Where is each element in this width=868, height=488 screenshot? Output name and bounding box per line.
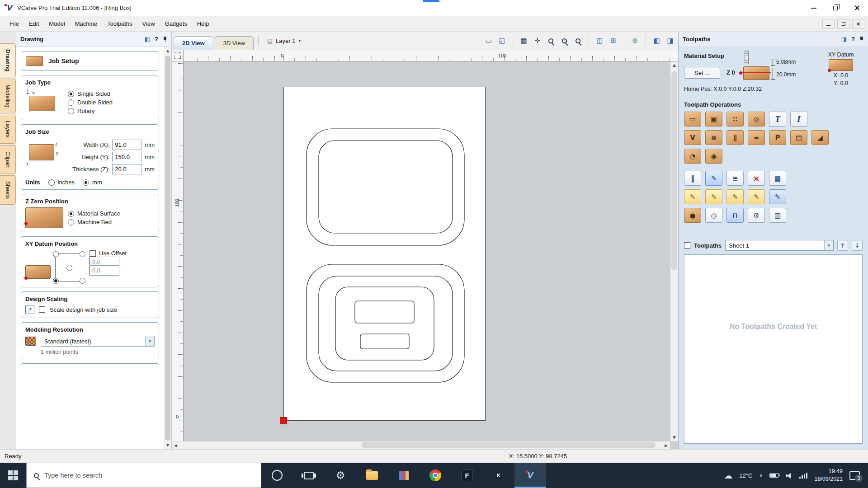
side-tab-clipart[interactable]: Clipart [0, 145, 16, 174]
document-close-button[interactable]: × [852, 19, 864, 29]
zoom-box-button[interactable] [558, 35, 571, 47]
close-button[interactable]: × [846, 0, 868, 16]
zoom-button[interactable] [545, 35, 557, 47]
offset-y-input[interactable] [90, 265, 119, 276]
apply-template-button[interactable]: ✎ [748, 189, 765, 204]
recalculate-toolpaths-button[interactable]: ▦ [769, 171, 786, 186]
help-icon[interactable]: ? [851, 36, 855, 42]
moulding-toolpath-button[interactable]: ▤ [790, 130, 807, 145]
datum-top-left-radio[interactable] [53, 251, 59, 257]
toolpath-notes-button[interactable]: ≡ [726, 171, 744, 186]
menu-machine[interactable]: Machine [70, 18, 102, 29]
chamfer-toolpath-button[interactable]: ◢ [811, 130, 829, 145]
restore-button[interactable] [825, 0, 846, 16]
snap-objects-toggle[interactable]: ◫ [594, 35, 606, 47]
side-tab-sheets[interactable]: Sheets [0, 175, 16, 205]
drawing-panel-scrollbar[interactable]: ▲ ▼ [164, 47, 171, 449]
task-view-button[interactable] [293, 463, 325, 488]
save-toolpath-button[interactable]: ▥ [769, 208, 786, 223]
radio-inches[interactable] [48, 179, 55, 186]
height-input[interactable] [112, 152, 142, 162]
scroll-up-icon[interactable]: ▲ [670, 63, 678, 67]
dock-panel-icon[interactable]: ◨ [841, 36, 847, 42]
vcarve-taskbar-button[interactable]: V [514, 463, 546, 488]
toolpaths-visibility-checkbox[interactable] [684, 242, 690, 249]
radio-single-sided[interactable] [68, 91, 74, 97]
profile-toolpath-button[interactable]: ▭ [684, 112, 701, 127]
side-tab-modeling[interactable]: Modeling [0, 79, 16, 113]
datum-top-right-radio[interactable] [80, 251, 85, 257]
snap-guides-toggle[interactable]: ⊞ [607, 35, 619, 47]
zoom-selected-button[interactable] [572, 35, 584, 47]
radio-material-surface[interactable] [68, 211, 74, 217]
battery-icon[interactable] [769, 473, 779, 478]
estimate-time-button[interactable]: ◷ [705, 208, 722, 223]
scale-design-checkbox[interactable] [39, 306, 45, 313]
material-set-button[interactable]: Set ... [684, 67, 720, 79]
temperature-label[interactable]: 12°C [739, 472, 752, 479]
dock-panel-icon[interactable]: ◧ [145, 36, 150, 42]
help-icon[interactable]: ? [155, 36, 158, 42]
start-button[interactable] [0, 463, 26, 488]
menu-file[interactable]: File [5, 18, 24, 29]
resolution-dropdown[interactable]: Standard (fastest) ▾ [41, 336, 155, 347]
side-tab-layers[interactable]: Layers [0, 115, 16, 144]
scroll-down-icon[interactable]: ▼ [670, 435, 678, 440]
scroll-right-icon[interactable]: ▶ [665, 441, 668, 449]
pin-icon[interactable] [859, 37, 864, 42]
texture-toolpath-button[interactable]: ⊛ [705, 130, 722, 145]
batch-toolpath-button[interactable]: ✎ [769, 189, 786, 204]
datum-bottom-left-radio[interactable] [53, 278, 59, 284]
files-app-button[interactable]: F [451, 463, 483, 488]
menu-gadgets[interactable]: Gadgets [160, 18, 192, 29]
settings-button[interactable]: ⚙ [325, 463, 356, 488]
winrar-button[interactable] [388, 463, 420, 488]
delete-toolpath-button[interactable]: × [748, 171, 765, 186]
radio-mm[interactable] [83, 179, 89, 186]
datum-center-radio[interactable] [66, 265, 72, 271]
chrome-profile-button[interactable]: K [483, 463, 514, 488]
zoom-to-drawing-button[interactable]: ◱ [496, 35, 508, 47]
chrome-button[interactable] [420, 463, 451, 488]
tab-2d-view[interactable]: 2D View [174, 36, 213, 50]
rough-3d-toolpath-button[interactable]: ◔ [684, 149, 701, 164]
xy-datum-marker[interactable] [280, 417, 287, 424]
fluting-toolpath-button[interactable]: ∥ [726, 130, 744, 145]
sheet-dropdown[interactable]: Sheet 1 ▾ [725, 240, 834, 251]
prism-carving-toolpath-button[interactable]: P [769, 130, 786, 145]
search-input[interactable] [44, 472, 254, 479]
window-layout-left-button[interactable]: ◧ [651, 35, 663, 47]
pan-button[interactable]: ✛ [531, 35, 543, 47]
quick-engrave-toolpath-button[interactable]: ◎ [748, 112, 765, 127]
preview-toolpaths-button[interactable]: ● [684, 208, 701, 223]
menu-model[interactable]: Model [44, 18, 70, 29]
tab-3d-view[interactable]: 3D View [215, 36, 254, 50]
width-input[interactable] [112, 140, 142, 150]
merge-toolpaths-button[interactable]: ✎ [684, 189, 701, 204]
radio-machine-bed[interactable] [68, 219, 74, 225]
taskbar-search[interactable] [26, 463, 261, 488]
speaker-icon[interactable] [786, 473, 793, 479]
material-page[interactable] [283, 87, 486, 421]
world-view-button[interactable]: ⊕ [629, 35, 641, 47]
menu-help[interactable]: Help [192, 18, 214, 29]
clock[interactable]: 19:49 18/09/2021 [814, 468, 843, 483]
scrollbar-thumb[interactable] [362, 442, 656, 448]
use-offset-checkbox[interactable] [90, 250, 96, 257]
datum-bottom-right-radio[interactable] [80, 278, 85, 284]
scrollbar-thumb[interactable] [671, 71, 677, 270]
vcarve-toolpath-button[interactable]: T [769, 112, 786, 127]
show-hidden-icons-chevron[interactable]: ∧ [759, 473, 763, 479]
move-down-button[interactable]: ↓ [852, 240, 863, 251]
vcarving-toolpath-button[interactable]: V [684, 130, 701, 145]
menu-toolpaths[interactable]: Toolpaths [102, 18, 137, 29]
scroll-down-icon[interactable]: ▼ [164, 441, 171, 449]
document-minimize-button[interactable] [822, 19, 835, 29]
cortana-button[interactable] [261, 463, 293, 488]
canvas-horizontal-scrollbar[interactable]: ◀ ▶ [172, 441, 670, 449]
tool-database-button[interactable]: ‖ [684, 171, 701, 186]
menu-edit[interactable]: Edit [24, 18, 44, 29]
radio-double-sided[interactable] [68, 99, 74, 106]
network-signal-icon[interactable] [799, 472, 807, 479]
drilling-toolpath-button[interactable]: ∷ [726, 112, 744, 127]
